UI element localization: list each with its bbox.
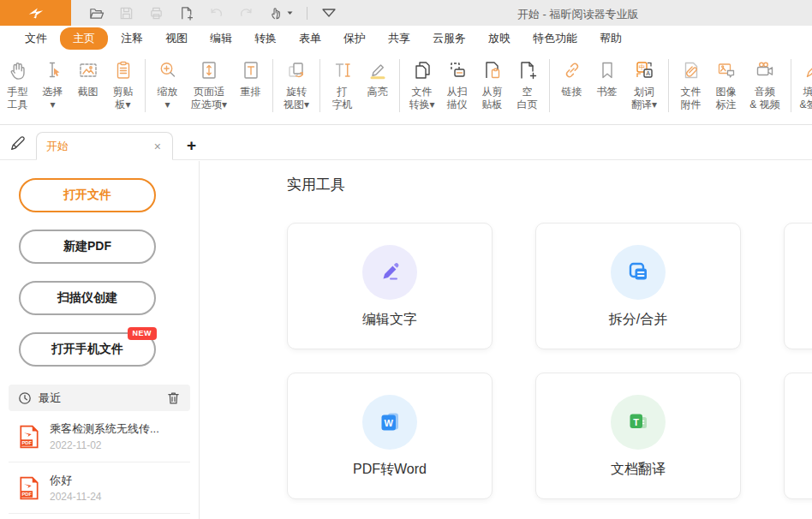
clear-recent-button[interactable] (166, 391, 181, 405)
tab-close-icon[interactable]: × (152, 139, 163, 154)
window-title: 开始 - 福昕阅读器专业版 (517, 7, 639, 22)
card-partial[interactable] (784, 373, 812, 499)
svg-text:W: W (385, 418, 394, 428)
recent-file-row[interactable]: PDF 你好 2024-11-24 (9, 462, 190, 514)
split-merge-icon (611, 245, 666, 300)
menu-file[interactable]: 文件 (14, 28, 58, 49)
svg-text:PDF: PDF (21, 492, 32, 497)
toolbar-item-audio-video[interactable]: 音频 & 视频 (743, 57, 786, 111)
card-pdf-to-word[interactable]: W PDF转Word (287, 373, 493, 499)
toolbar-item-reflow[interactable]: 重排 (233, 57, 268, 98)
new-tab-button[interactable]: + (187, 137, 196, 153)
blank-page-icon (516, 57, 539, 84)
card-label: 编辑文字 (362, 311, 417, 329)
menu-form[interactable]: 表单 (288, 28, 332, 49)
toolbar-separator (319, 59, 320, 112)
recent-file-date: 2024-11-24 (50, 491, 102, 503)
toolbar-item-fill-sign[interactable]: 填写 &签名 (796, 57, 812, 111)
scanner-create-button[interactable]: 扫描仪创建 (19, 281, 156, 315)
fit-page-icon (198, 57, 220, 84)
edit-text-icon (362, 245, 417, 300)
bookmark-icon (596, 57, 618, 84)
recent-section-header: 最近 (9, 385, 190, 411)
clock-icon (18, 391, 32, 405)
toolbar-separator (399, 59, 400, 112)
toolbar-group-create: 文件 转换▾ 从扫 描仪 从剪 贴板 空 白页 (404, 57, 545, 111)
toolbar-group-view: 缩放 ▾ 页面适 应选项▾ 重排 (150, 57, 268, 111)
toolbar-separator (668, 59, 669, 112)
toolbar-item-select[interactable]: 选择 ▾ (35, 57, 70, 111)
menu-view[interactable]: 视图 (154, 28, 199, 49)
quick-access-toolbar (88, 3, 337, 22)
menu-share[interactable]: 共享 (377, 28, 421, 49)
toolbar-group-media: 文件 附件 图像 标注 音频 & 视频 (673, 57, 786, 111)
menu-comment[interactable]: 注释 (110, 28, 154, 49)
tab-start[interactable]: 开始 × (36, 132, 173, 160)
section-title: 实用工具 (287, 175, 812, 194)
new-document-icon[interactable] (178, 3, 194, 22)
toolbar-item-image-annotation[interactable]: 图像 标注 (708, 57, 743, 111)
menu-convert[interactable]: 转换 (243, 28, 288, 49)
toolbar-item-bookmark[interactable]: 书签 (589, 57, 624, 98)
recent-title: 最近 (39, 391, 61, 406)
menu-cloud[interactable]: 云服务 (421, 28, 477, 49)
open-file-icon[interactable] (88, 3, 104, 22)
menu-help[interactable]: 帮助 (588, 28, 633, 49)
zoom-icon (157, 57, 179, 84)
sidebar: 打开文件 新建PDF 扫描仪创建 打开手机文件 NEW 最近 PDF 乘客检测系… (0, 161, 200, 519)
card-split-merge[interactable]: 拆分/合并 (535, 223, 741, 349)
clipboard-icon (112, 57, 134, 84)
card-partial[interactable] (784, 223, 812, 349)
menu-protect[interactable]: 保护 (332, 28, 377, 49)
toolbar-item-snapshot[interactable]: 截图 (70, 57, 105, 98)
toolbar-item-rotate-view[interactable]: 旋转 视图▾ (278, 57, 315, 111)
toolbar-group-insert: 链接 书签 中A 划词 翻译▾ (554, 57, 664, 111)
menu-home[interactable]: 主页 (60, 27, 108, 50)
undo-icon[interactable] (208, 3, 224, 22)
toolbar-item-translate[interactable]: 中A 划词 翻译▾ (624, 57, 664, 111)
collapse-toolbar-icon[interactable] (321, 3, 337, 22)
toolbar-item-file-convert[interactable]: 文件 转换▾ (404, 57, 439, 111)
hand-pointer-icon[interactable] (268, 3, 293, 22)
toolbar-item-typewriter[interactable]: 打 字机 (325, 57, 360, 111)
app-window: 开始 - 福昕阅读器专业版 文件 主页 注释 视图 编辑 转换 表单 保护 共享… (0, 0, 812, 519)
open-mobile-file-button[interactable]: 打开手机文件 NEW (19, 332, 156, 367)
title-bar: 开始 - 福昕阅读器专业版 (0, 0, 812, 26)
menu-features[interactable]: 特色功能 (522, 28, 588, 49)
edit-pencil-icon[interactable] (0, 127, 36, 159)
open-file-button[interactable]: 打开文件 (19, 178, 156, 212)
pdf-to-word-icon: W (362, 395, 417, 450)
pdf-file-icon: PDF (19, 425, 39, 449)
ribbon-toolbar: 手型 工具 选择 ▾ 截图 剪贴 板▾ (0, 51, 812, 125)
toolbar-separator (791, 59, 791, 112)
new-pdf-button[interactable]: 新建PDF (19, 230, 156, 264)
toolbar-item-hand-tool[interactable]: 手型 工具 (0, 57, 35, 111)
toolbar-item-zoom[interactable]: 缩放 ▾ (150, 57, 185, 111)
rotate-view-icon (285, 57, 307, 84)
trash-icon (166, 391, 181, 405)
toolbar-item-highlight[interactable]: 高亮 (360, 57, 395, 98)
toolbar-item-from-scanner[interactable]: 从扫 描仪 (439, 57, 475, 111)
toolbar-item-from-clipboard[interactable]: 从剪 贴板 (475, 57, 510, 111)
recent-file-row[interactable]: PDF 乘客检测系统无线传... 2022-11-02 (9, 411, 190, 462)
file-attachment-icon (680, 57, 702, 84)
card-doc-translate[interactable]: T 文档翻译 (535, 373, 741, 499)
toolbar-item-blank-page[interactable]: 空 白页 (510, 57, 545, 111)
toolbar-item-clipboard[interactable]: 剪贴 板▾ (105, 57, 140, 111)
recent-file-name: 乘客检测系统无线传... (50, 421, 159, 437)
snapshot-icon (77, 57, 99, 84)
card-label: 拆分/合并 (609, 311, 667, 329)
toolbar-item-link[interactable]: 链接 (554, 57, 589, 98)
menu-present[interactable]: 放映 (477, 28, 522, 49)
print-icon[interactable] (148, 3, 164, 22)
redo-icon[interactable] (238, 3, 254, 22)
svg-text:T: T (633, 417, 639, 427)
toolbar-item-fit-page[interactable]: 页面适 应选项▾ (185, 57, 233, 111)
toolbar-group-sign: 填写 &签名 (796, 57, 812, 111)
toolbar-item-file-attachment[interactable]: 文件 附件 (673, 57, 708, 111)
card-edit-text[interactable]: 编辑文字 (287, 223, 493, 349)
file-convert-icon (411, 57, 433, 84)
menu-edit[interactable]: 编辑 (199, 28, 243, 49)
card-label: PDF转Word (353, 461, 427, 479)
save-icon[interactable] (118, 3, 134, 22)
